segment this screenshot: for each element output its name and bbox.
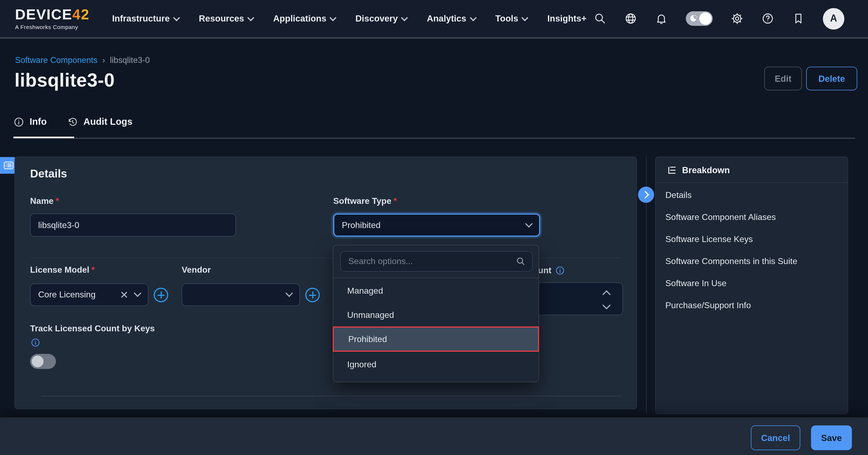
chevron-down-icon xyxy=(134,289,141,297)
name-field[interactable]: libsqlite3-0 xyxy=(30,214,236,237)
logo-wordmark: DEVICE42 xyxy=(15,7,90,22)
edit-button[interactable]: Edit xyxy=(764,67,802,90)
chevron-down-icon xyxy=(401,14,408,21)
avatar[interactable]: A xyxy=(823,8,844,29)
clear-icon[interactable] xyxy=(121,291,127,298)
dropdown-option-ignored[interactable]: Ignored xyxy=(334,352,538,376)
delete-button[interactable]: Delete xyxy=(806,67,857,90)
breadcrumb-current: libsqlite3-0 xyxy=(110,55,150,65)
details-heading: Details xyxy=(30,167,67,180)
nav-menu-label: Discovery xyxy=(355,13,398,24)
breakdown-title: Breakdown xyxy=(682,165,730,175)
collapse-panel-button[interactable] xyxy=(638,187,654,203)
spinner-up-icon[interactable] xyxy=(602,290,611,298)
top-nav: DEVICE42 A Freshworks Company Infrastruc… xyxy=(0,0,868,39)
chevron-down-icon xyxy=(330,14,336,21)
toggle-knob xyxy=(699,12,712,25)
chevron-right-icon xyxy=(642,191,649,198)
nav-menu-infrastructure[interactable]: Infrastructure xyxy=(112,13,179,24)
history-icon xyxy=(67,116,78,127)
dropdown-search[interactable] xyxy=(340,251,533,272)
breakdown-item-details[interactable]: Details xyxy=(665,190,692,200)
breakdown-panel: Breakdown Details Software Component Ali… xyxy=(655,157,848,414)
tab-info[interactable]: Info xyxy=(13,116,47,127)
moon-icon xyxy=(688,13,699,24)
required-marker: * xyxy=(394,196,397,205)
software-type-select[interactable]: Prohibited xyxy=(333,214,540,237)
info-icon[interactable] xyxy=(555,266,565,275)
name-label: Name* xyxy=(30,196,59,206)
track-keys-toggle[interactable] xyxy=(30,354,56,369)
chevron-down-icon xyxy=(173,14,180,21)
nav-menu-insights[interactable]: Insights+ xyxy=(548,13,587,24)
required-marker: * xyxy=(56,196,59,205)
nav-menu-resources[interactable]: Resources xyxy=(199,13,253,24)
dropdown-search-input[interactable] xyxy=(347,256,516,267)
tab-audit-logs[interactable]: Audit Logs xyxy=(67,116,132,127)
dropdown-divider xyxy=(333,278,538,278)
logo[interactable]: DEVICE42 A Freshworks Company xyxy=(15,7,90,30)
software-type-dropdown: Managed Unmanaged Prohibited Ignored xyxy=(333,245,539,382)
breadcrumb-separator: › xyxy=(102,55,105,65)
footer-bar: Cancel Save xyxy=(0,417,868,455)
card-bottom-divider xyxy=(41,396,621,396)
name-value: libsqlite3-0 xyxy=(38,220,79,230)
license-model-label: License Model* xyxy=(30,265,95,275)
add-license-model-button[interactable] xyxy=(154,288,168,302)
nav-menu-discovery[interactable]: Discovery xyxy=(355,13,407,24)
nav-menu-label: Analytics xyxy=(427,13,466,24)
tab-bar: Info Audit Logs xyxy=(13,116,132,127)
nav-menu-label: Insights+ xyxy=(548,13,587,24)
nav-menu-analytics[interactable]: Analytics xyxy=(427,13,475,24)
logo-accent: 42 xyxy=(72,6,90,23)
vendor-select[interactable] xyxy=(182,283,300,306)
info-icon xyxy=(13,116,24,127)
track-keys-label: Track Licensed Count by Keys xyxy=(30,324,155,334)
search-icon[interactable] xyxy=(594,12,606,25)
toggle-knob xyxy=(32,356,43,367)
globe-icon[interactable] xyxy=(624,12,637,25)
option-label: Ignored xyxy=(347,360,376,369)
chevron-down-icon xyxy=(469,14,476,21)
breakdown-item-aliases[interactable]: Software Component Aliases xyxy=(665,212,776,222)
nav-icon-group: A xyxy=(594,8,844,29)
save-button[interactable]: Save xyxy=(811,425,852,450)
dropdown-option-managed[interactable]: Managed xyxy=(334,279,538,303)
option-label: Unmanaged xyxy=(347,310,394,320)
logo-tagline: A Freshworks Company xyxy=(15,24,90,30)
breakdown-item-purchase-support[interactable]: Purchase/Support Info xyxy=(665,301,751,310)
breadcrumb-parent-link[interactable]: Software Components xyxy=(15,55,98,65)
info-icon[interactable] xyxy=(31,338,40,347)
breakdown-item-license-keys[interactable]: Software License Keys xyxy=(665,234,753,244)
dropdown-option-prohibited[interactable]: Prohibited xyxy=(333,326,539,352)
page-title: libsqlite3-0 xyxy=(14,69,115,91)
nav-menu-applications[interactable]: Applications xyxy=(273,13,336,24)
breadcrumb: Software Components › libsqlite3-0 xyxy=(15,55,150,65)
option-label: Prohibited xyxy=(348,334,387,344)
add-vendor-button[interactable] xyxy=(305,288,320,302)
tab-label: Audit Logs xyxy=(83,116,132,127)
form-sections-tab[interactable] xyxy=(0,157,17,174)
nav-menu-tools[interactable]: Tools xyxy=(495,13,528,24)
nav-menu-label: Applications xyxy=(273,13,327,24)
active-tab-underline xyxy=(13,137,74,138)
bookmark-icon[interactable] xyxy=(792,12,805,25)
vendor-label: Vendor xyxy=(182,265,211,275)
chevron-down-icon xyxy=(522,14,528,21)
app-root: DEVICE42 A Freshworks Company Infrastruc… xyxy=(0,0,868,455)
tab-label: Info xyxy=(30,116,47,127)
breakdown-item-suite[interactable]: Software Components in this Suite xyxy=(665,257,797,266)
list-icon xyxy=(3,161,13,169)
breakdown-item-in-use[interactable]: Software In Use xyxy=(665,279,727,288)
bell-icon[interactable] xyxy=(655,12,668,25)
gear-icon[interactable] xyxy=(731,12,743,25)
nav-menu-label: Resources xyxy=(199,13,244,24)
nav-menu-label: Tools xyxy=(495,13,518,24)
license-model-select[interactable]: Core Licensing xyxy=(30,283,148,306)
spinner-down-icon[interactable] xyxy=(602,301,611,309)
theme-toggle[interactable] xyxy=(686,11,713,26)
dropdown-option-unmanaged[interactable]: Unmanaged xyxy=(334,303,538,327)
breakdown-header: Breakdown xyxy=(667,165,730,175)
help-icon[interactable] xyxy=(762,12,774,25)
cancel-button[interactable]: Cancel xyxy=(751,425,800,450)
